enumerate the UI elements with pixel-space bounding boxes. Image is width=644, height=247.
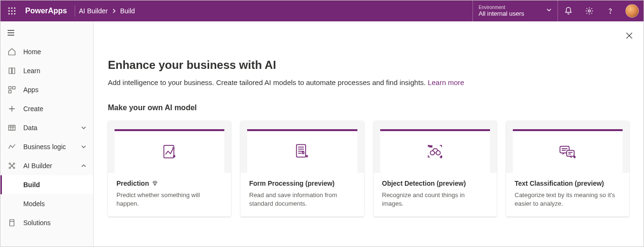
sidebar-item-label: Apps (23, 86, 93, 94)
help-icon (606, 7, 615, 15)
svg-point-16 (13, 163, 15, 164)
sidebar-item-label: Home (23, 48, 93, 56)
close-button[interactable] (622, 28, 637, 43)
sidebar-item-label: Business logic (23, 143, 81, 151)
svg-rect-11 (9, 86, 11, 89)
topbar-divider (75, 5, 75, 17)
card-object-detection[interactable]: Object Detection (preview) Recognize and… (374, 121, 497, 217)
hamburger-icon (7, 29, 15, 37)
avatar[interactable] (625, 4, 639, 18)
topbar: PowerApps AI Builder Build Environment A… (0, 0, 644, 21)
premium-diamond-icon (152, 180, 158, 187)
svg-point-6 (9, 13, 10, 15)
svg-point-19 (11, 165, 13, 167)
svg-point-1 (11, 8, 13, 9)
card-desc: Categorize text by its meaning so it's e… (515, 191, 621, 208)
svg-point-2 (14, 8, 16, 9)
prediction-icon (160, 142, 180, 162)
page-title: Enhance your business with AI (108, 58, 629, 72)
notifications-button[interactable] (558, 0, 579, 21)
sidebar-item-label: Models (23, 200, 93, 208)
sidebar-item-build[interactable]: Build (0, 175, 93, 194)
main-content: Enhance your business with AI Add intell… (94, 21, 644, 247)
svg-rect-12 (13, 86, 15, 89)
app-launcher-button[interactable] (0, 0, 23, 21)
svg-point-25 (431, 151, 435, 155)
help-button[interactable] (600, 0, 621, 21)
page-subtitle: Add intelligence to your business. Creat… (108, 78, 629, 86)
sidebar-item-apps[interactable]: Apps (0, 80, 93, 99)
sidebar: Home Learn Apps Create Data (0, 21, 94, 247)
object-detect-icon (425, 142, 445, 162)
plus-icon (7, 104, 17, 114)
sidebar-collapse-button[interactable] (0, 23, 93, 42)
environment-picker[interactable]: Environment All internal users (472, 0, 558, 21)
svg-point-10 (610, 13, 610, 13)
chevron-down-icon (81, 125, 87, 131)
sidebar-item-solutions[interactable]: Solutions (0, 213, 93, 232)
breadcrumb-item-1[interactable]: Build (120, 7, 135, 15)
sidebar-item-label: Create (23, 105, 93, 113)
settings-button[interactable] (579, 0, 600, 21)
chevron-down-icon (546, 7, 552, 13)
sidebar-item-label: Build (23, 181, 93, 189)
sidebar-item-models[interactable]: Models (0, 194, 93, 213)
svg-point-7 (11, 13, 13, 15)
card-title: Text Classification (preview) (515, 180, 604, 187)
topbar-actions (558, 0, 644, 21)
svg-point-4 (11, 10, 13, 12)
gear-icon (585, 7, 594, 15)
solutions-icon (7, 218, 17, 228)
sidebar-item-home[interactable]: Home (0, 42, 93, 61)
svg-point-26 (436, 151, 441, 155)
card-title: Object Detection (preview) (382, 180, 466, 187)
close-icon (625, 32, 633, 39)
sidebar-item-create[interactable]: Create (0, 99, 93, 118)
svg-rect-14 (9, 125, 15, 131)
book-icon (7, 66, 17, 76)
svg-point-0 (9, 8, 10, 9)
svg-point-8 (14, 13, 16, 15)
learn-more-link[interactable]: Learn more (428, 78, 464, 86)
breadcrumb: AI Builder Build (79, 7, 135, 15)
sidebar-item-businesslogic[interactable]: Business logic (0, 137, 93, 156)
chevron-down-icon (81, 144, 87, 150)
card-desc: Predict whether something will happen. (116, 191, 222, 208)
home-icon (7, 47, 17, 57)
model-cards: Prediction Predict whether something wil… (108, 121, 629, 217)
card-text-classification[interactable]: Text Classification (preview) Categorize… (506, 121, 629, 217)
card-prediction[interactable]: Prediction Predict whether something wil… (108, 121, 231, 217)
sidebar-item-learn[interactable]: Learn (0, 61, 93, 80)
waffle-icon (8, 7, 16, 15)
card-form-processing[interactable]: Form Processing (preview) Read and save … (240, 121, 364, 217)
svg-rect-28 (567, 151, 575, 156)
brand-label[interactable]: PowerApps (23, 7, 73, 15)
svg-point-3 (9, 10, 10, 12)
card-desc: Recognize and count things in images. (382, 191, 488, 208)
sidebar-item-label: AI Builder (23, 162, 81, 170)
environment-value: All internal users (479, 10, 552, 17)
card-title: Form Processing (preview) (249, 180, 335, 187)
sidebar-item-data[interactable]: Data (0, 118, 93, 137)
apps-icon (7, 85, 17, 95)
svg-rect-23 (302, 152, 304, 154)
section-heading: Make your own AI model (108, 104, 629, 112)
svg-rect-20 (10, 219, 14, 226)
svg-rect-13 (9, 91, 11, 93)
sidebar-item-aibuilder[interactable]: AI Builder (0, 156, 93, 175)
page-subtitle-text: Add intelligence to your business. Creat… (108, 78, 426, 86)
sidebar-item-label: Learn (23, 67, 93, 75)
svg-rect-24 (429, 145, 433, 147)
environment-label: Environment (479, 5, 552, 10)
card-title: Prediction (116, 180, 149, 187)
chevron-right-icon (112, 9, 116, 13)
svg-point-15 (9, 163, 10, 164)
bell-icon (564, 7, 573, 15)
svg-point-5 (14, 10, 16, 12)
card-desc: Read and save information from standard … (249, 191, 355, 208)
breadcrumb-item-0[interactable]: AI Builder (79, 7, 108, 15)
chevron-up-icon (81, 163, 87, 169)
ai-icon (7, 161, 17, 171)
sidebar-item-label: Solutions (23, 219, 93, 227)
data-icon (7, 123, 17, 133)
